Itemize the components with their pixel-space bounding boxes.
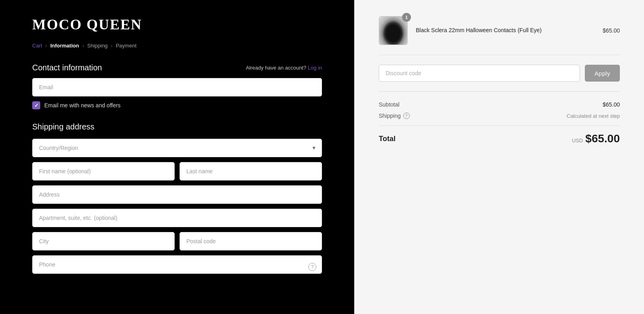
country-select[interactable]: United States Canada United Kingdom: [32, 139, 322, 157]
product-row: 1 Black Sclera 22mm Halloween Contacts (…: [379, 16, 620, 55]
sep-1: ›: [45, 43, 47, 49]
shipping-row: Shipping ? Calculated at next step: [379, 113, 620, 119]
phone-wrapper: ?: [32, 255, 322, 279]
right-panel: 1 Black Sclera 22mm Halloween Contacts (…: [354, 0, 644, 314]
newsletter-checkbox[interactable]: [32, 101, 40, 109]
apply-button[interactable]: Apply: [585, 65, 620, 82]
total-row: Total USD $65.00: [379, 132, 620, 145]
product-quantity-badge: 1: [402, 13, 411, 22]
store-logo: MOCO QUEEN: [32, 16, 322, 33]
breadcrumb-cart[interactable]: Cart: [32, 43, 42, 49]
newsletter-row: Email me with news and offers: [32, 101, 322, 109]
product-name: Black Sclera 22mm Halloween Contacts (Fu…: [416, 27, 594, 35]
newsletter-label: Email me with news and offers: [44, 102, 121, 109]
contact-header: Contact information Already have an acco…: [32, 63, 322, 72]
breadcrumb-payment: Payment: [116, 43, 136, 49]
total-divider: [379, 125, 620, 126]
discount-row: Apply: [379, 65, 620, 92]
shipping-note: Calculated at next step: [567, 113, 620, 119]
sep-2: ›: [82, 43, 84, 49]
phone-field[interactable]: [32, 255, 322, 274]
first-name-field[interactable]: [32, 162, 175, 181]
shipping-section: Shipping address United States Canada Un…: [32, 122, 322, 279]
shipping-label: Shipping ?: [379, 113, 410, 119]
subtotal-row: Subtotal $65.00: [379, 101, 620, 108]
shipping-title: Shipping address: [32, 122, 322, 131]
login-prompt: Already have an account? Log in: [246, 65, 322, 71]
apt-field[interactable]: [32, 209, 322, 227]
city-field[interactable]: [32, 232, 175, 250]
postal-field[interactable]: [180, 232, 322, 250]
phone-help-icon[interactable]: ?: [308, 263, 316, 271]
email-field[interactable]: [32, 78, 322, 96]
total-currency: USD: [572, 138, 583, 144]
product-info: Black Sclera 22mm Halloween Contacts (Fu…: [416, 27, 594, 35]
address-field[interactable]: [32, 185, 322, 204]
name-row: [32, 162, 322, 181]
breadcrumb-shipping: Shipping: [87, 43, 108, 49]
last-name-field[interactable]: [180, 162, 322, 181]
product-price: $65.00: [603, 27, 620, 34]
left-panel: MOCO QUEEN Cart › Information › Shipping…: [0, 0, 354, 314]
city-postal-row: [32, 232, 322, 250]
subtotal-label: Subtotal: [379, 101, 399, 108]
country-wrapper: United States Canada United Kingdom ▼: [32, 139, 322, 157]
total-amount: $65.00: [585, 132, 620, 145]
product-image: [379, 16, 407, 45]
sep-3: ›: [111, 43, 112, 49]
log-in-link[interactable]: Log in: [308, 65, 322, 71]
shipping-help-icon[interactable]: ?: [403, 113, 410, 119]
breadcrumb-information: Information: [50, 43, 79, 49]
total-value: USD $65.00: [572, 132, 620, 145]
breadcrumb: Cart › Information › Shipping › Payment: [32, 43, 322, 49]
contact-title: Contact information: [32, 63, 102, 72]
product-thumbnail-wrapper: 1: [379, 16, 408, 45]
subtotal-value: $65.00: [603, 101, 620, 108]
discount-input[interactable]: [379, 65, 580, 82]
total-label: Total: [379, 135, 396, 143]
